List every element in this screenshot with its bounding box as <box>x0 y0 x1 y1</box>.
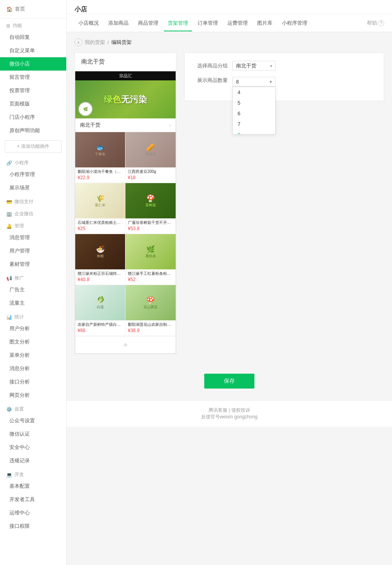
tab-image-library[interactable]: 图片库 <box>253 15 276 31</box>
sidebar-item-traffic[interactable]: 流量主 <box>0 296 66 310</box>
link-icon: 🔗 <box>6 160 12 166</box>
product-price-3: ¥53.8 <box>128 226 173 231</box>
wechat-pay-icon: 💳 <box>6 199 12 205</box>
sidebar-item-msg-analysis[interactable]: 消息分析 <box>0 362 66 375</box>
help-label: 帮助 <box>367 20 377 27</box>
tab-store-overview[interactable]: 小店概况 <box>74 15 103 31</box>
sidebar-item-wechat-auth[interactable]: 微信认证 <box>0 427 66 441</box>
sidebar-item-dev-tools[interactable]: 开发者工具 <box>0 493 66 506</box>
sidebar-item-web-analysis[interactable]: 网页分析 <box>0 389 66 402</box>
count-label: 展示商品数量 <box>192 77 228 84</box>
count-option-7[interactable]: 7 <box>233 119 275 129</box>
sidebar-item-custom-menu[interactable]: 自定义菜单 <box>0 44 66 57</box>
help-icon: ? <box>378 20 384 26</box>
sidebar-item-vote-manage[interactable]: 投票管理 <box>0 84 66 97</box>
sidebar-item-violation[interactable]: 违规记录 <box>0 454 66 467</box>
count-option-4[interactable]: 4 <box>233 87 275 98</box>
banner-slogan: 绿色无污染 <box>104 94 147 105</box>
product-img-7: 🍄 花山蘑菇 <box>125 285 176 320</box>
tab-miniapp-manage[interactable]: 小程序管理 <box>278 15 311 31</box>
count-option-6[interactable]: 6 <box>233 108 275 119</box>
product-info-3: 广蓬珍茶树菇干货不开… ¥53.8 <box>125 218 176 234</box>
category-select[interactable]: 南北干货 <box>232 61 276 71</box>
product-item-4: 🍜 米粉 赣江缘米粉正宗石城特… ¥40.8 <box>75 234 125 285</box>
tab-product-manage[interactable]: 商品管理 <box>134 15 162 31</box>
sidebar-section-dev: 💻 开发 <box>0 467 66 480</box>
manage-icon: 🔔 <box>6 223 12 229</box>
count-option-5[interactable]: 5 <box>233 98 275 108</box>
sidebar-item-api-analysis[interactable]: 接口分析 <box>0 375 66 389</box>
home-icon: 🏠 <box>6 6 13 12</box>
sidebar-item-menu-analysis[interactable]: 菜单分析 <box>0 349 66 362</box>
main-content: 小店 小店概况 添加商品 商品管理 货架管理 订单管理 运费管理 图片库 小程序… <box>67 0 392 565</box>
sidebar-item-miniapp-manage[interactable]: 小程序管理 <box>0 168 66 181</box>
content-wrapper: 宗品汇 绿色无污染 🌿 <box>67 53 392 362</box>
sidebar-item-page-template[interactable]: 页面模版 <box>0 97 66 111</box>
product-info-6: 农家自产新鲜特产级白… ¥66 <box>75 320 125 336</box>
sidebar-item-basic-config[interactable]: 基本配置 <box>0 480 66 493</box>
count-dropdown[interactable]: 4 5 6 7 8 <box>232 87 276 134</box>
product-img-4: 🍜 米粉 <box>75 234 125 269</box>
product-item-6: 🥬 白莲 农家自产新鲜特产级白… ¥66 <box>75 285 125 336</box>
count-dropdown-arrow: ▾ <box>270 79 272 84</box>
sidebar-item-material-manage[interactable]: 素材管理 <box>0 258 66 271</box>
sidebar-item-ops[interactable]: 运维中心 <box>0 506 66 520</box>
product-name-3: 广蓬珍茶树菇干货不开… <box>128 220 173 225</box>
save-button[interactable]: 保存 <box>204 374 254 389</box>
count-option-8[interactable]: 8 <box>233 129 275 134</box>
sidebar-item-advertiser[interactable]: 广告主 <box>0 283 66 296</box>
sidebar-item-user-analysis[interactable]: 用户分析 <box>0 322 66 335</box>
banner-logo: 🌿 <box>78 102 93 116</box>
sidebar-item-user-manage[interactable]: 用户管理 <box>0 244 66 258</box>
product-price-5: ¥52 <box>128 277 173 282</box>
settings-panel: 选择商品分组 南北干货 展示商品数量 8 ▾ <box>184 53 384 101</box>
sidebar-item-graphic-analysis[interactable]: 图文分析 <box>0 335 66 349</box>
tab-shelf-manage[interactable]: 货架管理 <box>164 15 192 31</box>
tab-add-product[interactable]: 添加商品 <box>104 15 132 31</box>
banner-brand-bar: 宗品汇 <box>75 71 176 80</box>
phone-preview: 宗品汇 绿色无污染 🌿 <box>74 53 176 354</box>
sidebar-section-enterprise: 🏢 企业微信 <box>0 207 66 219</box>
footer-feedback: 反馈官号weixin gongzhong <box>201 414 258 420</box>
sidebar-item-account-settings[interactable]: 公众号设置 <box>0 414 66 427</box>
sidebar-item-message-manage[interactable]: 留言管理 <box>0 71 66 84</box>
banner-green-area: 绿色无污染 🌿 <box>75 80 176 118</box>
help-area[interactable]: 帮助 ? <box>367 20 384 27</box>
sidebar-item-security[interactable]: 安全中心 <box>0 441 66 454</box>
sidebar-item-show-scene[interactable]: 展示场景 <box>0 181 66 194</box>
sidebar-item-api-perms[interactable]: 接口权限 <box>0 520 66 533</box>
sidebar-section-miniapp: 🔗 小程序 <box>0 156 66 168</box>
count-select-container: 8 ▾ 4 5 6 7 8 <box>232 77 276 87</box>
sidebar-item-store-miniapp[interactable]: 门店小程序 <box>0 111 66 124</box>
footer-tencent-service[interactable]: 腾讯客服 <box>209 407 227 413</box>
footer-complaint[interactable]: 侵权投诉 <box>231 407 250 413</box>
tab-shipping-manage[interactable]: 运费管理 <box>223 15 252 31</box>
sidebar-section-manage: 🔔 管理 <box>0 219 66 231</box>
sidebar-item-wechat-store[interactable]: 微信小店 <box>0 57 66 71</box>
category-row: 选择商品分组 南北干货 <box>192 61 376 71</box>
sidebar-section-wechat-pay: 💳 微信支付 <box>0 194 66 207</box>
add-plugin-button[interactable]: + 添加功能插件 <box>5 140 62 153</box>
sidebar-item-msg-manage[interactable]: 消息管理 <box>0 231 66 244</box>
breadcrumb-my-shelf[interactable]: 我的货架 <box>85 39 105 46</box>
promote-icon: 📢 <box>6 276 12 281</box>
count-select-wrapper[interactable]: 8 ▾ <box>232 77 276 87</box>
sidebar-item-original-feature[interactable]: 原创声明功能 <box>0 124 66 137</box>
save-area: 保存 <box>67 362 392 400</box>
back-button[interactable]: ‹ <box>74 38 82 46</box>
section-row-title: 南北干货 <box>80 122 100 129</box>
add-section-button[interactable]: + <box>75 336 176 353</box>
category-select-wrapper[interactable]: 南北干货 <box>232 61 276 71</box>
product-price-1: ¥18 <box>128 175 173 180</box>
right-panel: 选择商品分组 南北干货 展示商品数量 8 ▾ <box>176 53 384 354</box>
tab-order-manage[interactable]: 订单管理 <box>194 15 222 31</box>
sidebar-item-auto-reply[interactable]: 自动回复 <box>0 31 66 44</box>
sidebar-section-promote: 📢 推广 <box>0 271 66 283</box>
stats-icon: 📊 <box>6 314 12 320</box>
store-title: 小店 <box>74 6 87 13</box>
sidebar-home[interactable]: 🏠 首页 <box>0 0 66 18</box>
shelf-name-input[interactable] <box>81 58 170 65</box>
product-price-0: ¥22.9 <box>78 175 123 180</box>
product-item-3: 🍄 茶树菇 广蓬珍茶树菇干货不开… ¥53.8 <box>125 183 176 234</box>
banner-logo-text: 🌿 <box>83 107 88 111</box>
